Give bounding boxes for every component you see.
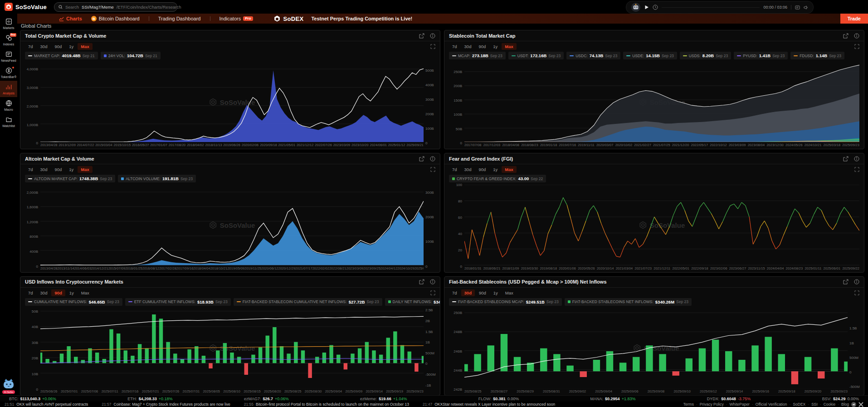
legend-chip[interactable]: ETF CUMULATIVE NET INFLOWS:$18.93BSep 23 [125, 298, 231, 306]
fullscreen-icon[interactable] [430, 44, 435, 49]
legend-chip[interactable]: USDS:8.20BSep 23 [680, 52, 731, 59]
chart-plot-area[interactable]: SoSoValue [40, 62, 424, 142]
info-icon[interactable] [854, 33, 859, 39]
trade-button[interactable]: Trade [840, 14, 868, 24]
legend-chip[interactable]: ALTCOIN VOLUME:191.81BSep 23 [118, 175, 196, 182]
range-button-1y[interactable]: 1y [66, 43, 77, 50]
legend-chip[interactable]: 24H VOL:104.72BSep 21 [101, 52, 161, 59]
range-button-1y[interactable]: 1y [490, 166, 501, 173]
ticker-item-flow[interactable]: FLOW:$0.3810.00% [478, 397, 519, 401]
range-button-1y[interactable]: 1y [490, 289, 501, 296]
tab-charts[interactable]: Charts [59, 16, 82, 21]
ticker-item-ezmag7[interactable]: ezMAG7:$26.7+0.06% [244, 397, 289, 401]
range-button-90d[interactable]: 90d [475, 43, 489, 50]
telegram-icon[interactable] [851, 402, 856, 407]
ai-mascot[interactable]: AI·SoSo [0, 378, 17, 396]
legend-chip[interactable]: MARKET CAP:4019.48BSep 21 [25, 52, 98, 59]
sidebar-item-macro[interactable]: Macro [0, 97, 17, 113]
share-icon[interactable] [419, 279, 424, 284]
legend-chip[interactable]: CRYPTO FEAR & GREED INDEX:43.00Sep 22 [449, 175, 546, 182]
info-icon[interactable] [430, 156, 435, 162]
info-icon[interactable] [854, 156, 859, 162]
player-progress-track[interactable] [662, 7, 760, 8]
playback-speed-icon[interactable] [653, 5, 658, 10]
share-icon[interactable] [843, 33, 848, 39]
ticker-item-btc[interactable]: BTC:$113,040.3+0.06% [9, 397, 56, 401]
legend-chip[interactable]: FIAT-BACKED STABLECOINS NET INFLOWS:$340… [565, 298, 692, 306]
legend-chip[interactable]: ALTCOIN MARKET CAP:1748.38BSep 23 [25, 175, 115, 182]
range-button-7d[interactable]: 7d [449, 43, 460, 50]
range-button-1y[interactable]: 1y [66, 289, 77, 296]
playlist-icon[interactable] [795, 5, 800, 10]
ticker-item-eth[interactable]: ETH:$4,208.33+0.18% [127, 397, 172, 401]
sidebar-item-tokenbar[interactable]: TokenBar® [0, 64, 17, 81]
sodex-banner[interactable]: SoDEX Testnet Perps Trading Competition … [274, 15, 413, 22]
sidebar-item-watchlist[interactable]: Watchlist [0, 113, 17, 130]
chart-plot-area[interactable]: SoSoValue [40, 185, 424, 265]
play-button[interactable] [644, 5, 649, 10]
range-button-7d[interactable]: 7d [449, 166, 460, 173]
range-button-7d[interactable]: 7d [25, 289, 36, 296]
fullscreen-icon[interactable] [854, 44, 859, 49]
ticker-item-bsv[interactable]: BSV:$24.290.00% [822, 397, 859, 401]
legend-chip[interactable]: USDE:14.15BSep 23 [623, 52, 677, 59]
legend-chip[interactable]: USDT:172.16BSep 23 [508, 52, 564, 59]
x-logo-icon[interactable] [858, 402, 863, 407]
footer-link-official-verification[interactable]: Official Verification [756, 402, 787, 407]
news-item[interactable]: 21:57Coinbase: Mag7 + Crypto Stock Index… [102, 402, 230, 407]
share-icon[interactable] [843, 156, 848, 162]
footer-link-cookie[interactable]: Cookie [824, 402, 835, 407]
ticker-item-dydx[interactable]: DYDX:$0.6048-3.75% [707, 397, 751, 401]
range-button-90d[interactable]: 90d [51, 43, 65, 50]
range-button-max[interactable]: Max [78, 43, 92, 50]
fullscreen-icon[interactable] [854, 167, 859, 172]
range-button-30d[interactable]: 30d [37, 166, 51, 173]
fullscreen-icon[interactable] [854, 290, 859, 295]
ticker-item-mana[interactable]: MANA:$0.2954+1.83% [590, 397, 636, 401]
news-item[interactable]: 21:47OKXStar retweet reveals X Layer inc… [423, 402, 555, 407]
share-icon[interactable] [419, 156, 424, 162]
info-icon[interactable] [854, 279, 859, 284]
range-button-90d[interactable]: 90d [475, 166, 489, 173]
footer-link-terms[interactable]: Terms [683, 402, 694, 407]
footer-link-sodex[interactable]: SoDEX [793, 402, 805, 407]
ticker-item-ezmeme[interactable]: ezMeme:$19.66+1.04% [360, 397, 407, 401]
chart-plot-area[interactable]: SoSoValue [40, 308, 424, 388]
voice-icon[interactable] [804, 5, 809, 10]
legend-chip[interactable]: FDUSD:1.14BSep 23 [790, 52, 844, 59]
range-button-max[interactable]: Max [502, 43, 516, 50]
range-button-1y[interactable]: 1y [66, 166, 77, 173]
legend-chip[interactable]: DAILY NET INFLOWS:$340.26MSep 23 [385, 298, 440, 306]
footer-link-blog[interactable]: Blog [841, 402, 849, 407]
fullscreen-icon[interactable] [430, 167, 435, 172]
chart-plot-area[interactable]: SoSoValue [464, 185, 859, 265]
range-button-90d[interactable]: 90d [51, 166, 65, 173]
range-button-max[interactable]: Max [78, 166, 92, 173]
tab-indicators[interactable]: IndicatorsPro [219, 16, 253, 21]
legend-chip[interactable]: FIAT-BACKED STABLECOIN CUMULATIVE NET IN… [234, 298, 382, 306]
chart-plot-area[interactable]: SoSoValue [464, 62, 859, 142]
range-button-7d[interactable]: 7d [449, 289, 460, 296]
tab-bitcoin-dashboard[interactable]: BBitcoin Dashboard [91, 16, 140, 21]
sidebar-item-analysis[interactable]: Analysis [0, 81, 17, 97]
search-input[interactable]: Search SSI/Mag7/Meme/ETF/Coin/Index/Char… [54, 2, 177, 12]
range-button-max[interactable]: Max [502, 289, 517, 296]
news-item[interactable]: 21:51OKX will launch AVNT perpetual cont… [5, 402, 88, 407]
range-button-90d[interactable]: 90d [51, 289, 65, 296]
footer-link-privacy-policy[interactable]: Privacy Policy [700, 402, 724, 407]
legend-chip[interactable]: CUMULATIVE NET INFLOWS:$46.65BSep 23 [25, 298, 122, 306]
legend-chip[interactable]: FIAT-BACKED STABLECOINS MCAP:$249.51BSep… [449, 298, 562, 306]
range-button-30d[interactable]: 30d [461, 289, 475, 296]
footer-link-ssi[interactable]: SSI [811, 402, 818, 407]
range-button-30d[interactable]: 30d [37, 43, 51, 50]
share-icon[interactable] [843, 279, 848, 284]
range-button-30d[interactable]: 30d [461, 166, 475, 173]
chart-plot-area[interactable]: SoSoValue [464, 308, 848, 388]
range-button-1y[interactable]: 1y [490, 43, 501, 50]
sidebar-item-indexes[interactable]: IndexesBuy [0, 32, 17, 48]
range-button-max[interactable]: Max [78, 289, 93, 296]
footer-link-whitepaper[interactable]: WhitePaper [730, 402, 750, 407]
range-button-7d[interactable]: 7d [25, 166, 36, 173]
sidebar-item-markets[interactable]: Markets [0, 15, 17, 32]
range-button-90d[interactable]: 90d [476, 289, 489, 296]
